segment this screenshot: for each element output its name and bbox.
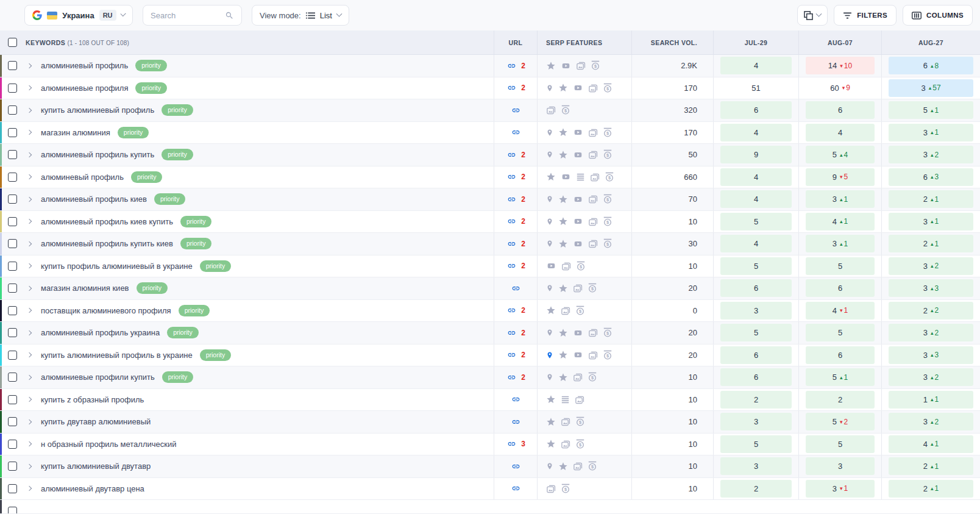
url-link-icon[interactable] bbox=[506, 173, 517, 181]
keyword-label[interactable]: алюминевый профиль bbox=[41, 173, 124, 182]
url-link-count: 2 bbox=[521, 84, 525, 92]
url-link-icon[interactable] bbox=[510, 395, 522, 404]
keyword-label[interactable]: купить двутавр алюминиевый bbox=[41, 417, 151, 426]
expand-chevron-icon[interactable] bbox=[27, 263, 32, 268]
keyword-label[interactable]: алюминиевый профиль киев купить bbox=[41, 217, 173, 226]
expand-chevron-icon[interactable] bbox=[27, 130, 32, 135]
expand-chevron-icon[interactable] bbox=[27, 152, 32, 157]
svg-text:$: $ bbox=[606, 130, 609, 136]
select-all-checkbox[interactable] bbox=[8, 38, 17, 47]
keyword-label[interactable]: алюминиевый профиль украина bbox=[41, 328, 160, 337]
url-link-icon[interactable] bbox=[506, 373, 517, 382]
row-checkbox[interactable] bbox=[8, 84, 17, 93]
keyword-label[interactable]: алюминиевые профиля bbox=[41, 84, 128, 93]
filters-button[interactable]: FILTERS bbox=[834, 5, 897, 26]
row-checkbox[interactable] bbox=[8, 440, 17, 449]
search-volume: 20 bbox=[631, 344, 713, 366]
expand-chevron-icon[interactable] bbox=[27, 286, 32, 291]
svg-text:$: $ bbox=[591, 465, 594, 470]
row-checkbox[interactable] bbox=[8, 351, 17, 360]
expand-chevron-icon[interactable] bbox=[27, 197, 32, 202]
row-checkbox[interactable] bbox=[8, 373, 17, 382]
expand-chevron-icon[interactable] bbox=[27, 308, 32, 313]
url-link-icon[interactable] bbox=[506, 84, 517, 92]
keyword-label[interactable]: магазин алюминия киев bbox=[41, 284, 129, 293]
expand-chevron-icon[interactable] bbox=[27, 241, 32, 246]
url-link-icon[interactable] bbox=[506, 329, 517, 337]
keyword-label[interactable]: поставщик алюминиевого профиля bbox=[41, 306, 171, 315]
url-link-icon[interactable] bbox=[506, 440, 517, 448]
url-link-icon[interactable] bbox=[506, 195, 517, 204]
expand-chevron-icon[interactable] bbox=[27, 174, 32, 179]
keyword-label[interactable]: купить профиль алюминиевый в украине bbox=[41, 262, 193, 271]
row-checkbox[interactable] bbox=[8, 150, 17, 159]
position-aug07: 2 bbox=[806, 391, 875, 409]
row-checkbox[interactable] bbox=[8, 239, 17, 248]
row-checkbox[interactable] bbox=[8, 105, 17, 115]
expand-chevron-icon[interactable] bbox=[27, 441, 32, 446]
keyword-label[interactable]: алюминиевый профиль bbox=[41, 61, 128, 70]
project-selector[interactable]: Украина RU bbox=[24, 5, 133, 26]
row-checkbox[interactable] bbox=[8, 507, 17, 514]
table-row: алюминиевые профиля priority 2 $ 170 51 … bbox=[0, 77, 980, 100]
expand-chevron-icon[interactable] bbox=[27, 464, 32, 469]
expand-chevron-icon[interactable] bbox=[27, 397, 32, 402]
row-checkbox[interactable] bbox=[8, 195, 17, 204]
row-checkbox[interactable] bbox=[8, 217, 17, 226]
row-checkbox[interactable] bbox=[8, 128, 17, 137]
svg-text:$: $ bbox=[564, 487, 567, 492]
url-link-icon[interactable] bbox=[510, 418, 522, 426]
url-link-icon[interactable] bbox=[510, 484, 522, 493]
row-checkbox[interactable] bbox=[8, 484, 17, 493]
keyword-label[interactable]: купить алюминиевый профиль bbox=[41, 105, 154, 115]
keyword-label[interactable]: купить алюминиевый профиль в украине bbox=[41, 351, 193, 360]
url-link-icon[interactable] bbox=[510, 128, 522, 137]
url-link-icon[interactable] bbox=[510, 284, 522, 293]
url-link-icon[interactable] bbox=[506, 240, 517, 248]
keyword-label[interactable]: алюминиевый профиль купить киев bbox=[41, 239, 173, 248]
row-checkbox[interactable] bbox=[8, 328, 17, 337]
keyword-label[interactable]: алюминиевые профили купить bbox=[41, 373, 155, 382]
url-link-icon[interactable] bbox=[506, 262, 517, 270]
keyword-label[interactable]: алюминиевый профиль киев bbox=[41, 195, 147, 204]
url-link-icon[interactable] bbox=[510, 106, 522, 115]
keyword-label[interactable]: купить z образный профиль bbox=[41, 395, 144, 404]
expand-chevron-icon[interactable] bbox=[27, 486, 32, 491]
url-link-icon[interactable] bbox=[506, 351, 517, 359]
keyword-label[interactable]: н образный профиль металлический bbox=[41, 440, 177, 449]
keyword-label[interactable]: алюминиевый двутавр цена bbox=[41, 484, 144, 493]
columns-button[interactable]: COLUMNS bbox=[903, 5, 973, 26]
url-link-icon[interactable] bbox=[506, 62, 517, 70]
expand-chevron-icon[interactable] bbox=[27, 108, 32, 113]
video-icon bbox=[573, 240, 583, 248]
duplicate-view-button[interactable] bbox=[797, 5, 828, 26]
keyword-group-color bbox=[0, 255, 2, 277]
snippet-icon bbox=[576, 173, 585, 181]
row-checkbox[interactable] bbox=[8, 306, 17, 315]
row-checkbox[interactable] bbox=[8, 284, 17, 293]
search-input[interactable] bbox=[151, 11, 218, 20]
expand-chevron-icon[interactable] bbox=[27, 330, 32, 335]
expand-chevron-icon[interactable] bbox=[27, 63, 32, 68]
expand-chevron-icon[interactable] bbox=[27, 375, 32, 380]
expand-chevron-icon[interactable] bbox=[27, 219, 32, 224]
url-link-icon[interactable] bbox=[510, 462, 522, 471]
row-checkbox[interactable] bbox=[8, 395, 17, 404]
row-checkbox[interactable] bbox=[8, 262, 17, 271]
expand-chevron-icon[interactable] bbox=[27, 85, 32, 90]
expand-chevron-icon[interactable] bbox=[27, 352, 32, 357]
keyword-label[interactable]: алюминиевый профиль купить bbox=[41, 150, 154, 159]
row-checkbox[interactable] bbox=[8, 173, 17, 182]
view-mode-selector[interactable]: View mode: List bbox=[252, 5, 349, 26]
reviews-icon bbox=[558, 150, 568, 160]
keyword-label[interactable]: купить алюминиевый двутавр bbox=[41, 462, 151, 471]
expand-chevron-icon[interactable] bbox=[27, 419, 32, 424]
keyword-label[interactable]: магазин алюминия bbox=[41, 128, 110, 137]
row-checkbox[interactable] bbox=[8, 417, 17, 426]
row-checkbox[interactable] bbox=[8, 61, 17, 70]
row-checkbox[interactable] bbox=[8, 462, 17, 471]
url-link-icon[interactable] bbox=[506, 217, 517, 226]
url-link-icon[interactable] bbox=[506, 151, 517, 159]
video-icon bbox=[573, 351, 583, 359]
url-link-icon[interactable] bbox=[506, 306, 517, 315]
